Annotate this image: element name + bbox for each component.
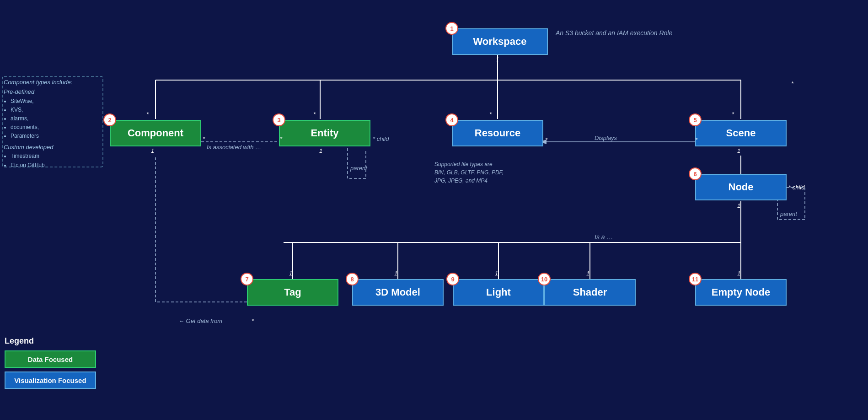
shader-node: 10 Shader	[544, 279, 636, 306]
relation-parent-node: parent	[780, 210, 797, 217]
badge-10: 10	[538, 273, 551, 285]
badge-9: 9	[446, 273, 459, 285]
node-node: 6 Node	[695, 174, 787, 200]
emptynode-node: 11 Empty Node	[695, 279, 787, 306]
relation-displays: Displays	[595, 135, 617, 141]
light-node: 9 Light	[453, 279, 544, 306]
mult-tag-top: 1	[289, 270, 292, 277]
mult-shader-top: 1	[586, 270, 589, 277]
workspace-note: An S3 bucket and an IAM execution Role	[556, 28, 672, 38]
mult-light-top: 1	[495, 270, 498, 277]
legend: Legend Data Focused Visualization Focuse…	[5, 336, 96, 393]
mult-getdata-star: *	[252, 318, 254, 324]
badge-1: 1	[445, 22, 458, 35]
mult-scene-bottom: 1	[737, 147, 740, 154]
badge-4: 4	[445, 113, 458, 126]
mult-far-right: *	[791, 80, 793, 87]
legend-viz-focused: Visualization Focused	[5, 372, 96, 389]
mult-node-right: * child	[788, 184, 804, 191]
mult-component-bottom: 1	[151, 147, 154, 154]
badge-8: 8	[346, 273, 359, 285]
component-node: 2 Component	[110, 120, 201, 146]
scene-node: 5 Scene	[695, 120, 787, 146]
relation-child-entity: * child	[373, 135, 389, 142]
relation-associated: Is associated with …	[207, 144, 261, 151]
legend-data-focused: Data Focused	[5, 350, 96, 368]
badge-11: 11	[689, 273, 702, 285]
relation-is-a: Is a …	[595, 233, 613, 241]
component-sidenote: Component types include: Pre-defined Sit…	[4, 78, 72, 170]
mult-component-right: *	[203, 135, 205, 142]
resource-node: 4 Resource	[452, 120, 543, 146]
legend-title: Legend	[5, 336, 96, 346]
badge-6: 6	[689, 167, 702, 180]
workspace-node: 1 Workspace	[452, 28, 548, 55]
mult-entity-left: *	[280, 135, 282, 142]
mult-node-bottom: 1	[737, 202, 740, 209]
mult-emptynode-top: 1	[737, 270, 740, 277]
resource-note: Supported file types areBIN, GLB, GLTF, …	[434, 160, 504, 185]
mult-model-top: 1	[394, 270, 397, 277]
badge-7: 7	[241, 273, 253, 285]
mult-scene-displays: *	[695, 136, 697, 143]
mult-component-top: *	[146, 111, 149, 118]
diagram-container: 1 Workspace An S3 bucket and an IAM exec…	[0, 0, 868, 420]
connection-lines	[0, 0, 868, 420]
model3d-node: 8 3D Model	[352, 279, 444, 306]
mult-entity-top: *	[313, 111, 316, 118]
badge-3: 3	[273, 113, 285, 126]
relation-get-data: ← Get data from	[178, 318, 222, 324]
mult-entity-bottom: 1	[319, 147, 322, 154]
entity-node: 3 Entity	[279, 120, 370, 146]
mult-scene-top: *	[732, 111, 734, 118]
mult-workspace-below: 1	[496, 56, 499, 63]
tag-node: 7 Tag	[247, 279, 338, 306]
relation-parent-entity: parent	[350, 165, 367, 172]
badge-5: 5	[689, 113, 702, 126]
mult-resource-right: *	[545, 136, 547, 143]
mult-resource-top: *	[489, 111, 492, 118]
badge-2: 2	[103, 113, 116, 126]
